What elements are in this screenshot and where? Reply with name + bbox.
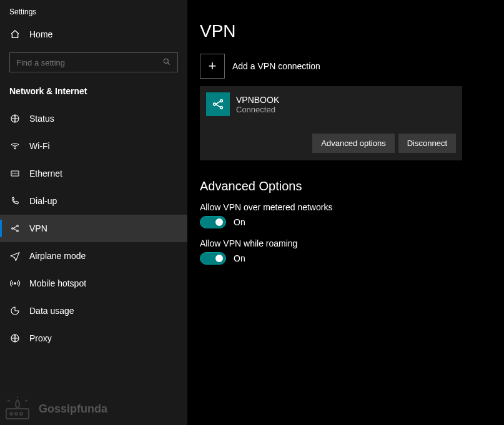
svg-point-5: [17, 225, 19, 227]
sidebar-item-status[interactable]: Status: [0, 105, 187, 132]
svg-point-7: [14, 283, 16, 285]
watermark: Gossipfunda: [4, 396, 107, 421]
home-label: Home: [29, 29, 52, 39]
vpn-connection-card[interactable]: VPNBOOK Connected Advanced options Disco…: [200, 86, 462, 160]
sidebar-item-label: VPN: [29, 223, 47, 233]
toggle-roaming[interactable]: [200, 252, 226, 265]
sidebar-item-vpn[interactable]: VPN: [0, 215, 187, 242]
add-vpn-connection[interactable]: + Add a VPN connection: [200, 54, 498, 79]
vpn-connection-status: Connected: [236, 105, 279, 114]
search-input-wrap[interactable]: [9, 52, 178, 72]
svg-point-15: [20, 413, 22, 415]
add-vpn-label: Add a VPN connection: [232, 61, 320, 71]
sidebar-item-label: Dial-up: [29, 196, 57, 206]
search-input[interactable]: [16, 58, 171, 67]
advanced-options-button[interactable]: Advanced options: [312, 134, 394, 153]
sidebar-item-label: Data usage: [29, 306, 74, 316]
ethernet-icon: [9, 168, 21, 179]
wifi-icon: [9, 140, 21, 152]
sidebar-item-label: Status: [29, 114, 54, 124]
svg-point-6: [17, 230, 19, 232]
opt-roaming-label: Allow VPN while roaming: [200, 238, 498, 248]
vpn-connection-name: VPNBOOK: [236, 95, 279, 105]
svg-point-14: [15, 413, 17, 415]
sidebar-item-wifi[interactable]: Wi-Fi: [0, 132, 187, 160]
main-content: VPN + Add a VPN connection VPNBOOK Conne…: [187, 0, 504, 425]
toggle-roaming-state: On: [234, 253, 245, 263]
svg-point-4: [12, 228, 14, 230]
sidebar-item-dialup[interactable]: Dial-up: [0, 187, 187, 215]
home-icon: [9, 29, 21, 40]
section-label: Network & Internet: [0, 77, 187, 101]
sidebar-item-label: Airplane mode: [29, 251, 86, 261]
sidebar-item-data[interactable]: Data usage: [0, 297, 187, 325]
home-nav[interactable]: Home: [0, 21, 187, 47]
opt-metered-label: Allow VPN over metered networks: [200, 202, 498, 212]
advanced-options-heading: Advanced Options: [200, 179, 498, 193]
sidebar-item-proxy[interactable]: Proxy: [0, 325, 187, 352]
hotspot-icon: [9, 278, 21, 289]
svg-point-11: [220, 107, 223, 109]
page-title: VPN: [200, 21, 498, 41]
proxy-icon: [9, 333, 21, 344]
dialup-icon: [9, 195, 21, 207]
svg-rect-3: [11, 171, 19, 176]
app-title: Settings: [0, 0, 187, 21]
plus-icon: +: [200, 54, 225, 79]
svg-point-10: [220, 100, 223, 102]
data-usage-icon: [9, 305, 21, 316]
airplane-icon: [9, 250, 21, 261]
disconnect-button[interactable]: Disconnect: [398, 134, 456, 153]
vpn-connection-icon: [206, 92, 230, 116]
nav-list: Status Wi-Fi Ethernet Dial-up: [0, 105, 187, 352]
sidebar: Settings Home Network & Internet Status: [0, 0, 187, 425]
status-icon: [9, 113, 21, 124]
sidebar-item-ethernet[interactable]: Ethernet: [0, 160, 187, 187]
svg-point-9: [214, 103, 216, 105]
toggle-metered-state: On: [234, 217, 245, 227]
sidebar-item-hotspot[interactable]: Mobile hotspot: [0, 270, 187, 297]
watermark-text: Gossipfunda: [39, 403, 107, 416]
svg-point-2: [14, 148, 15, 149]
sidebar-item-label: Proxy: [29, 333, 52, 343]
sidebar-item-label: Wi-Fi: [29, 141, 50, 151]
sidebar-item-airplane[interactable]: Airplane mode: [0, 242, 187, 270]
search-icon: [162, 57, 171, 68]
svg-point-0: [164, 59, 168, 63]
toggle-metered[interactable]: [200, 216, 226, 228]
svg-point-13: [10, 413, 12, 415]
sidebar-item-label: Ethernet: [29, 169, 62, 178]
sidebar-item-label: Mobile hotspot: [29, 278, 86, 288]
vpn-icon: [9, 223, 21, 234]
